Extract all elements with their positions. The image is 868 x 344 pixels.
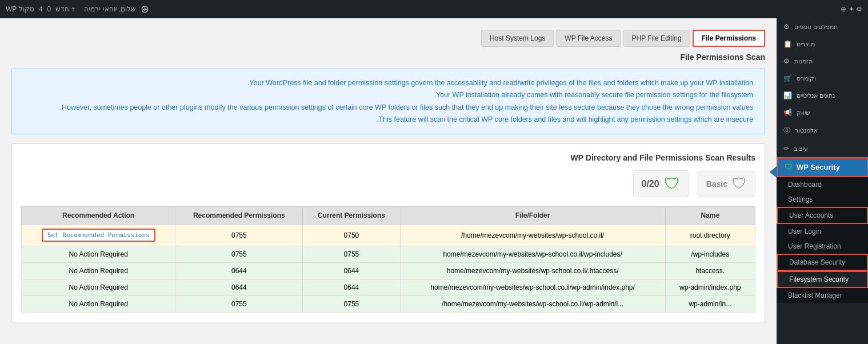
user-registration-label: User Registration	[788, 242, 841, 250]
dashboard-label: Dashboard	[788, 181, 822, 189]
file-folder-cell: /home/mezevcom/my-websites/wp-school.co.…	[400, 296, 665, 313]
results-title: WP Directory and File Permissions Scan R…	[21, 153, 755, 162]
sidebar-item-templates[interactable]: תמפלטים נוספים ⚙	[777, 18, 868, 35]
sidebar-label: נתונים אנליטיים	[797, 92, 835, 99]
admin-bar-profile[interactable]: סקול WP	[6, 5, 34, 13]
tab-php-file-editing[interactable]: PHP File Editing	[623, 30, 690, 47]
sidebar-label: הזמנות	[794, 58, 813, 65]
current-perms-cell: 0755	[303, 296, 400, 313]
info-line3: However, sometimes people or other plugi…	[23, 102, 753, 114]
table-row: No Action Required 0755 0755 home/mezevc…	[22, 246, 755, 263]
sidebar-item-settings[interactable]: Settings	[777, 192, 868, 207]
sidebar-label: וקומרס	[797, 75, 816, 82]
action-cell: No Action Required	[22, 263, 175, 279]
set-recommended-permissions-button[interactable]: Set Recommended Permissions	[42, 229, 155, 242]
name-cell: root directory	[665, 225, 755, 246]
current-perms-cell: 0750	[303, 225, 400, 246]
sidebar-item-marketing[interactable]: שיווק 📢	[777, 104, 868, 121]
basic-shield-icon: 🛡	[732, 175, 747, 193]
filesystem-security-label: Filesystem Security	[789, 275, 849, 283]
permissions-table: Recommended Action Recommended Permissio…	[21, 206, 755, 313]
woo-icon: 🛒	[783, 74, 792, 82]
action-cell: No Action Required	[22, 279, 175, 296]
sidebar: תמפלטים נוספים ⚙ מוצרים 📋 הזמנות ⚙ וקומר…	[777, 18, 868, 344]
basic-badge: Basic 🛡	[698, 171, 755, 197]
sidebar-label: WP Security	[797, 163, 840, 171]
col-header-file: File/Folder	[400, 207, 665, 225]
sidebar-item-edit[interactable]: עיצוב ✏	[777, 140, 868, 157]
security-shield-icon: 🛡	[785, 163, 792, 171]
tab-wp-file-access[interactable]: WP File Access	[556, 30, 621, 47]
edit-icon: ✏	[783, 145, 789, 153]
score-shield-green-icon: 🛡	[664, 174, 680, 193]
action-cell: No Action Required	[22, 296, 175, 313]
sidebar-item-user-accounts[interactable]: User Accounts	[777, 207, 868, 224]
sidebar-item-analytics[interactable]: נתונים אנליטיים 📊	[777, 87, 868, 104]
sidebar-item-dashboard[interactable]: Dashboard	[777, 177, 868, 192]
admin-bar-icons: ⊕ ✦ ⚙	[841, 5, 862, 13]
sidebar-item-blacklist-manager[interactable]: Blacklist Manager	[777, 288, 868, 303]
table-row: No Action Required 0755 0755 /home/mezev…	[22, 296, 755, 313]
action-cell[interactable]: Set Recommended Permissions	[22, 225, 175, 246]
admin-bar-comments[interactable]: 4	[39, 5, 43, 13]
sidebar-item-orders[interactable]: הזמנות ⚙	[777, 53, 868, 70]
info-line1: Your WordPress file and folder permissio…	[23, 77, 753, 89]
settings-label: Settings	[788, 195, 813, 203]
tab-file-permissions[interactable]: File Permissions	[693, 30, 765, 47]
elementor-icon: ⓪	[783, 126, 790, 135]
sidebar-item-products[interactable]: מוצרים 📋	[777, 35, 868, 53]
sidebar-item-filesystem-security[interactable]: Filesystem Security	[777, 271, 868, 288]
score-row: 0/20 🛡 Basic 🛡	[21, 170, 755, 197]
user-accounts-label: User Accounts	[789, 211, 833, 219]
file-folder-cell: home/mezevcom/my-websites/wp-school.co.i…	[400, 246, 665, 263]
sidebar-submenu: Dashboard Settings User Accounts User Lo…	[777, 177, 868, 303]
info-line2: Your WP installation already comes with …	[23, 89, 753, 101]
recommended-perms-cell: 0644	[175, 263, 303, 279]
table-row: No Action Required 0644 0644 home/mezevc…	[22, 279, 755, 296]
name-cell: /wp-includes	[665, 246, 755, 263]
col-header-name: Name	[665, 207, 755, 225]
action-cell: No Action Required	[22, 246, 175, 263]
name-cell: wp-admin/in...	[665, 296, 755, 313]
recommended-perms-cell: 0755	[175, 246, 303, 263]
admin-bar-left: ⊕ שלום, יוחאי ירמיה + חדש 0 4 סקול WP	[6, 3, 149, 15]
sidebar-item-user-registration[interactable]: User Registration	[777, 239, 868, 254]
name-cell: htaccess.	[665, 263, 755, 279]
sidebar-label: שיווק	[797, 109, 810, 117]
admin-bar-new[interactable]: + חדש	[55, 5, 75, 13]
sidebar-label: עיצוב	[794, 145, 808, 153]
info-box: Your WordPress file and folder permissio…	[11, 69, 765, 134]
current-perms-cell: 0644	[303, 279, 400, 296]
sidebar-label: אלמנטור	[795, 127, 818, 134]
file-folder-cell: home/mezevcom/my-websites/wp-school.co.i…	[400, 263, 665, 279]
recommended-perms-cell: 0644	[175, 279, 303, 296]
sidebar-arrow	[770, 166, 777, 178]
sidebar-item-user-login[interactable]: User Login	[777, 224, 868, 239]
col-header-recommended: Recommended Permissions	[175, 207, 303, 225]
tabs-bar: Host System Logs WP File Access PHP File…	[11, 30, 765, 47]
wp-logo-icon[interactable]: ⊕	[141, 3, 149, 15]
name-cell: wp-admin/index.php	[665, 279, 755, 296]
col-header-action: Recommended Action	[22, 207, 175, 225]
info-line4: This feature will scan the critical WP c…	[23, 114, 753, 126]
table-row: Set Recommended Permissions 0755 0750 /h…	[22, 225, 755, 246]
sidebar-wp-security[interactable]: WP Security 🛡	[777, 157, 868, 177]
admin-bar: ⊕ שלום, יוחאי ירמיה + חדש 0 4 סקול WP ⊕ …	[0, 0, 868, 18]
admin-bar-updates[interactable]: 0	[47, 5, 51, 13]
sidebar-item-database-security[interactable]: Database Security	[777, 254, 868, 271]
recommended-perms-cell: 0755	[175, 225, 303, 246]
basic-label: Basic	[706, 179, 727, 189]
current-perms-cell: 0755	[303, 246, 400, 263]
file-folder-cell: home/mezevcom/my-websites/wp-school.co.i…	[400, 279, 665, 296]
sidebar-label: מוצרים	[797, 41, 815, 48]
sidebar-item-woocommerce[interactable]: וקומרס 🛒	[777, 70, 868, 87]
tab-host-system-logs[interactable]: Host System Logs	[481, 30, 554, 47]
products-icon: 📋	[783, 40, 792, 48]
table-row: No Action Required 0644 0644 home/mezevc…	[22, 263, 755, 279]
user-login-label: User Login	[788, 227, 821, 235]
analytics-icon: 📊	[783, 91, 792, 99]
sidebar-item-elementor[interactable]: אלמנטור ⓪	[777, 121, 868, 140]
marketing-icon: 📢	[783, 109, 792, 117]
database-security-label: Database Security	[789, 258, 845, 266]
current-perms-cell: 0644	[303, 263, 400, 279]
